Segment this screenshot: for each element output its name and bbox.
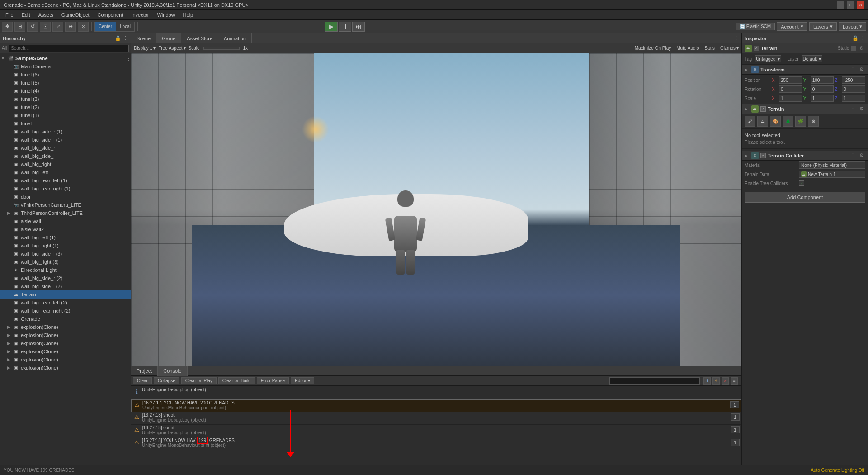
hierarchy-item[interactable]: ▣ tunel (2) — [0, 103, 131, 111]
menu-gameobject[interactable]: GameObject — [58, 11, 93, 19]
hierarchy-item[interactable]: ▶ ▣ explosion(Clone) — [0, 347, 131, 356]
terrain-tool-settings-icon[interactable]: ⚙ — [858, 105, 865, 113]
transform-expand[interactable]: ▶ — [745, 67, 748, 72]
scene-viewport[interactable] — [131, 53, 741, 366]
pos-y-value[interactable]: 100 — [811, 76, 834, 84]
hierarchy-item[interactable]: ▶ ▣ explosion(Clone) — [0, 364, 131, 372]
display-selector[interactable]: Display 1 ▾ — [134, 46, 156, 51]
hierarchy-more-icon[interactable]: ⋮ — [123, 35, 128, 41]
local-btn[interactable]: Local — [116, 22, 134, 31]
terrain-expand[interactable]: ▶ — [745, 107, 748, 111]
pos-x-value[interactable]: 250 — [779, 76, 802, 84]
scene-more[interactable]: ⋮ — [126, 56, 131, 61]
hierarchy-item[interactable]: ▣ wall_big_side_l (2) — [0, 282, 131, 290]
hierarchy-item[interactable]: ▣ tunel (3) — [0, 95, 131, 103]
hierarchy-item[interactable]: ▣ wall_big_left (1) — [0, 233, 131, 242]
layers-dropdown[interactable]: Layers ▾ — [809, 22, 837, 31]
hierarchy-item[interactable]: ▶ ▣ explosion(Clone) — [0, 356, 131, 364]
inspector-more-icon[interactable]: ⋮ — [860, 35, 865, 41]
console-search-input[interactable] — [609, 377, 700, 385]
console-info-icon[interactable]: ℹ — [703, 377, 711, 385]
toolbar-custom-tool[interactable]: ⊘ — [78, 22, 89, 32]
menu-help[interactable]: Help — [179, 11, 197, 19]
layout-dropdown[interactable]: Layout ▾ — [839, 22, 866, 31]
transform-settings-icon[interactable]: ⚙ — [858, 66, 865, 73]
rot-x-value[interactable]: 0 — [779, 86, 802, 93]
toolbar-rotate-tool[interactable]: ↺ — [27, 22, 38, 32]
hierarchy-item[interactable]: ▶ ▣ explosion(Clone) — [0, 323, 131, 331]
hierarchy-scene-root[interactable]: ▾ 🎬 SampleScene ⋮ — [0, 54, 131, 62]
hierarchy-item[interactable]: ▶ ▣ ThirdPersonController_LITE — [0, 209, 131, 217]
menu-assets[interactable]: Assets — [35, 11, 57, 19]
toolbar-move-tool[interactable]: ⊞ — [14, 22, 25, 32]
maximize-on-play[interactable]: Maximize On Play — [635, 46, 671, 51]
pause-button[interactable]: ⏸ — [339, 22, 351, 32]
hierarchy-item[interactable]: ☀ Directional Light — [0, 266, 131, 274]
console-clear-btn[interactable]: Clear — [133, 377, 152, 384]
scene-tab-more[interactable]: ⋮ — [731, 35, 741, 41]
console-error-icon[interactable]: ✕ — [722, 377, 729, 385]
console-clear-on-build-btn[interactable]: Clear on Build — [218, 377, 255, 384]
console-warning-icon[interactable]: ⚠ — [712, 377, 720, 385]
enable-trees-checkbox[interactable]: ✓ — [799, 180, 804, 186]
terrain-tool-checkbox[interactable]: ✓ — [760, 106, 766, 112]
play-button[interactable]: ▶ — [325, 22, 338, 32]
terrain-tool-more-icon[interactable]: ⋮ — [849, 105, 856, 113]
tab-animation[interactable]: Animation — [218, 33, 252, 43]
menu-edit[interactable]: Edit — [18, 11, 34, 19]
toolbar-hand-tool[interactable]: ✥ — [2, 22, 13, 32]
collider-expand[interactable]: ▶ — [745, 153, 748, 158]
scale-slider-track[interactable] — [203, 47, 240, 50]
tab-project[interactable]: Project — [131, 366, 158, 376]
collider-checkbox[interactable]: ✓ — [760, 153, 766, 158]
console-filter-icon[interactable]: ≡ — [731, 377, 738, 385]
hierarchy-item[interactable]: ▣ wall_big_side_r — [0, 144, 131, 152]
hierarchy-item[interactable]: ▣ Grenade — [0, 315, 131, 323]
terrain-enabled-checkbox[interactable]: ✓ — [754, 46, 759, 51]
center-btn[interactable]: Center — [95, 22, 116, 31]
minimize-button[interactable]: — — [837, 1, 844, 9]
hierarchy-item[interactable]: 📷 vThirdPersonCamera_LITE — [0, 201, 131, 209]
gizmos-btn[interactable]: Gizmos ▾ — [720, 46, 739, 51]
hierarchy-item[interactable]: ▣ aisle wall2 — [0, 225, 131, 233]
terrain-sculpt-btn[interactable]: ⛰ — [757, 116, 768, 127]
pos-z-value[interactable]: -250 — [842, 76, 865, 84]
toolbar-rect-tool[interactable]: ⤢ — [52, 22, 63, 32]
hierarchy-item[interactable]: ▣ wall_big_right (1) — [0, 242, 131, 250]
collider-settings-icon[interactable]: ⚙ — [858, 152, 865, 159]
terrain-tree-btn[interactable]: 🌲 — [783, 116, 793, 127]
tag-dropdown[interactable]: Untagged ▾ — [755, 55, 781, 62]
hierarchy-item[interactable]: ▣ wall_big_rear_right (1) — [0, 185, 131, 193]
aspect-selector[interactable]: Free Aspect ▾ — [158, 46, 185, 51]
hierarchy-item[interactable]: ▣ wall_big_side_l (1) — [0, 136, 131, 144]
hierarchy-item[interactable]: ▣ tunel (1) — [0, 111, 131, 119]
hierarchy-item[interactable]: ▣ wall_big_right (3) — [0, 258, 131, 266]
collider-more-icon[interactable]: ⋮ — [849, 152, 856, 159]
console-entry-count[interactable]: ⚠ [16:27:18] count UnityEngine.Debug.Log… — [131, 425, 741, 437]
terrain-paint-texture-btn[interactable]: 🎨 — [770, 116, 781, 127]
hierarchy-item[interactable]: ▶ ▣ explosion(Clone) — [0, 339, 131, 347]
hierarchy-item[interactable]: ▣ tunel — [0, 119, 131, 128]
transform-more-icon[interactable]: ⋮ — [849, 66, 856, 73]
stats-btn[interactable]: Stats — [704, 46, 715, 51]
hierarchy-item[interactable]: ▣ wall_big_rear_right (2) — [0, 307, 131, 315]
hierarchy-item[interactable]: ▣ door — [0, 193, 131, 201]
tab-game[interactable]: Game — [156, 33, 181, 43]
account-dropdown[interactable]: Account ▾ — [777, 22, 807, 31]
terrain-settings-btn[interactable]: ⚙ — [808, 116, 819, 127]
tab-console[interactable]: Console — [158, 366, 187, 376]
hierarchy-item[interactable]: ▣ wall_big_side_r (2) — [0, 274, 131, 282]
scale-slider[interactable]: Scale 1x — [189, 46, 248, 51]
hierarchy-item[interactable]: 📷 Main Camera — [0, 62, 131, 71]
terrain-settings-icon[interactable]: ⚙ — [858, 45, 865, 52]
close-button[interactable]: ✕ — [857, 1, 864, 9]
hierarchy-search-input[interactable] — [9, 45, 129, 52]
terrain-data-value[interactable]: ⛰ New Terrain 1 — [799, 171, 865, 178]
hierarchy-item[interactable]: ▣ wall_big_left — [0, 168, 131, 176]
console-collapse-btn[interactable]: Collapse — [154, 377, 179, 384]
plastic-scm-btn[interactable]: 🔄 Plastic SCM — [736, 23, 775, 30]
toolbar-scale-tool[interactable]: ⊡ — [40, 22, 51, 32]
inspector-lock-icon[interactable]: 🔒 — [852, 35, 859, 41]
scale-y-value[interactable]: 1 — [811, 95, 834, 102]
menu-invector[interactable]: Invector — [127, 11, 152, 19]
